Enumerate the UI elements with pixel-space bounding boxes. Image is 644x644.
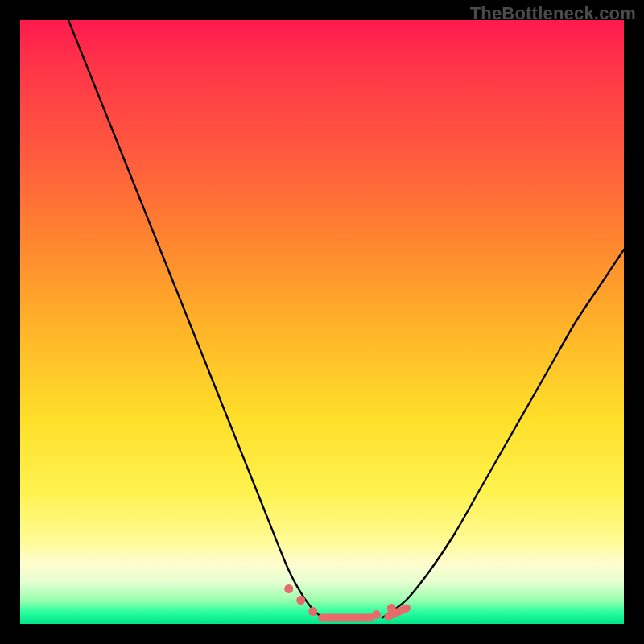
valley-dot [284, 584, 293, 593]
chart-frame: TheBottleneck.com [0, 0, 644, 644]
valley-dot [296, 596, 305, 605]
left-curve [68, 20, 322, 618]
plot-area [20, 20, 624, 624]
valley-dot [387, 604, 396, 613]
valley-dot [372, 610, 381, 619]
watermark-text: TheBottleneck.com [470, 3, 636, 24]
chart-svg [20, 20, 624, 624]
valley-dot [308, 607, 317, 616]
right-curve [382, 250, 624, 618]
